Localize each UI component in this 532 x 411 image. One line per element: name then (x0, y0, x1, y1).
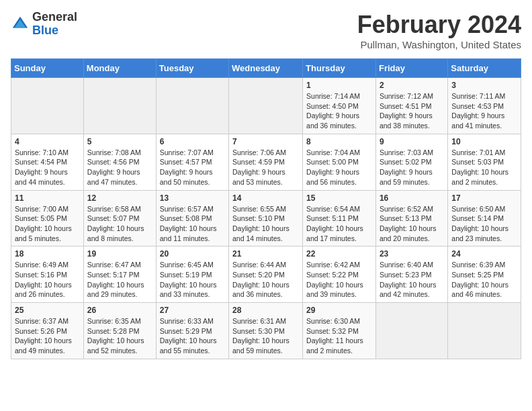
day-info: Sunrise: 6:45 AM Sunset: 5:19 PM Dayligh… (160, 260, 225, 300)
day-info: Sunrise: 6:40 AM Sunset: 5:23 PM Dayligh… (380, 260, 444, 300)
calendar-cell: 11Sunrise: 7:00 AM Sunset: 5:05 PM Dayli… (11, 190, 84, 246)
calendar-cell: 4Sunrise: 7:10 AM Sunset: 4:54 PM Daylig… (11, 134, 84, 190)
calendar-week-row: 25Sunrise: 6:37 AM Sunset: 5:26 PM Dayli… (11, 303, 521, 359)
weekday-header: Monday (83, 59, 156, 78)
calendar-cell: 17Sunrise: 6:50 AM Sunset: 5:14 PM Dayli… (448, 190, 521, 246)
day-info: Sunrise: 6:37 AM Sunset: 5:26 PM Dayligh… (15, 316, 80, 356)
day-number: 23 (380, 249, 444, 259)
day-info: Sunrise: 7:00 AM Sunset: 5:05 PM Dayligh… (15, 204, 80, 244)
calendar-cell: 8Sunrise: 7:04 AM Sunset: 5:00 PM Daylig… (303, 134, 376, 190)
calendar-cell (375, 303, 447, 359)
day-info: Sunrise: 7:08 AM Sunset: 4:56 PM Dayligh… (87, 148, 152, 187)
day-number: 27 (160, 306, 225, 315)
page-header: General Blue February 2024 Pullman, Wash… (11, 11, 521, 50)
calendar-cell: 23Sunrise: 6:40 AM Sunset: 5:23 PM Dayli… (375, 246, 447, 303)
weekday-header: Tuesday (156, 59, 228, 78)
title-block: February 2024 Pullman, Washington, Unite… (357, 11, 521, 50)
day-number: 28 (232, 306, 299, 315)
calendar-cell: 18Sunrise: 6:49 AM Sunset: 5:16 PM Dayli… (11, 246, 84, 303)
calendar-cell: 15Sunrise: 6:54 AM Sunset: 5:11 PM Dayli… (303, 190, 376, 246)
weekday-header: Wednesday (229, 59, 303, 78)
day-number: 4 (15, 137, 80, 146)
day-number: 18 (15, 249, 80, 259)
day-number: 14 (232, 193, 299, 203)
day-info: Sunrise: 7:01 AM Sunset: 5:03 PM Dayligh… (451, 148, 517, 187)
day-info: Sunrise: 6:42 AM Sunset: 5:22 PM Dayligh… (306, 260, 372, 300)
location: Pullman, Washington, United States (357, 39, 521, 50)
day-info: Sunrise: 6:47 AM Sunset: 5:17 PM Dayligh… (87, 260, 152, 300)
month-title: February 2024 (357, 11, 521, 39)
weekday-header-row: SundayMondayTuesdayWednesdayThursdayFrid… (11, 59, 521, 78)
day-info: Sunrise: 7:04 AM Sunset: 5:00 PM Dayligh… (306, 148, 372, 187)
calendar-cell: 1Sunrise: 7:14 AM Sunset: 4:50 PM Daylig… (303, 78, 376, 134)
calendar-cell: 13Sunrise: 6:57 AM Sunset: 5:08 PM Dayli… (156, 190, 228, 246)
calendar-cell: 9Sunrise: 7:03 AM Sunset: 5:02 PM Daylig… (375, 134, 447, 190)
calendar-cell: 6Sunrise: 7:07 AM Sunset: 4:57 PM Daylig… (156, 134, 228, 190)
day-number: 7 (232, 137, 299, 146)
logo-blue: Blue (32, 24, 58, 37)
calendar-cell: 7Sunrise: 7:06 AM Sunset: 4:59 PM Daylig… (229, 134, 303, 190)
day-number: 3 (451, 81, 517, 90)
day-number: 6 (160, 137, 225, 146)
logo-text: General Blue (32, 11, 77, 38)
calendar-cell: 28Sunrise: 6:31 AM Sunset: 5:30 PM Dayli… (229, 303, 303, 359)
day-info: Sunrise: 6:49 AM Sunset: 5:16 PM Dayligh… (15, 260, 80, 300)
calendar-cell: 10Sunrise: 7:01 AM Sunset: 5:03 PM Dayli… (448, 134, 521, 190)
calendar-week-row: 18Sunrise: 6:49 AM Sunset: 5:16 PM Dayli… (11, 246, 521, 303)
day-number: 1 (306, 81, 372, 90)
calendar-cell: 3Sunrise: 7:11 AM Sunset: 4:53 PM Daylig… (448, 78, 521, 134)
calendar-cell: 12Sunrise: 6:58 AM Sunset: 5:07 PM Dayli… (83, 190, 156, 246)
day-info: Sunrise: 6:52 AM Sunset: 5:13 PM Dayligh… (380, 204, 444, 244)
day-number: 10 (451, 137, 517, 146)
day-info: Sunrise: 7:03 AM Sunset: 5:02 PM Dayligh… (380, 148, 444, 187)
calendar-week-row: 1Sunrise: 7:14 AM Sunset: 4:50 PM Daylig… (11, 78, 521, 134)
day-number: 12 (87, 193, 152, 203)
calendar-cell: 21Sunrise: 6:44 AM Sunset: 5:20 PM Dayli… (229, 246, 303, 303)
calendar-cell (448, 303, 521, 359)
calendar-cell: 5Sunrise: 7:08 AM Sunset: 4:56 PM Daylig… (83, 134, 156, 190)
day-number: 21 (232, 249, 299, 259)
day-info: Sunrise: 7:12 AM Sunset: 4:51 PM Dayligh… (380, 91, 444, 131)
calendar-cell: 29Sunrise: 6:30 AM Sunset: 5:32 PM Dayli… (303, 303, 376, 359)
day-number: 17 (451, 193, 517, 203)
day-number: 25 (15, 306, 80, 315)
calendar-cell (229, 78, 303, 134)
weekday-header: Saturday (448, 59, 521, 78)
day-number: 29 (306, 306, 372, 315)
day-info: Sunrise: 6:44 AM Sunset: 5:20 PM Dayligh… (232, 260, 299, 300)
day-number: 13 (160, 193, 225, 203)
day-number: 9 (380, 137, 444, 146)
calendar-cell: 25Sunrise: 6:37 AM Sunset: 5:26 PM Dayli… (11, 303, 84, 359)
calendar-cell: 2Sunrise: 7:12 AM Sunset: 4:51 PM Daylig… (375, 78, 447, 134)
calendar-cell (11, 78, 84, 134)
day-info: Sunrise: 7:11 AM Sunset: 4:53 PM Dayligh… (451, 91, 517, 131)
calendar-cell: 26Sunrise: 6:35 AM Sunset: 5:28 PM Dayli… (83, 303, 156, 359)
day-number: 5 (87, 137, 152, 146)
day-info: Sunrise: 6:50 AM Sunset: 5:14 PM Dayligh… (451, 204, 517, 244)
day-info: Sunrise: 6:55 AM Sunset: 5:10 PM Dayligh… (232, 204, 299, 244)
calendar-cell: 16Sunrise: 6:52 AM Sunset: 5:13 PM Dayli… (375, 190, 447, 246)
logo-icon (11, 15, 30, 34)
day-info: Sunrise: 6:39 AM Sunset: 5:25 PM Dayligh… (451, 260, 517, 300)
day-info: Sunrise: 7:14 AM Sunset: 4:50 PM Dayligh… (306, 91, 372, 131)
day-number: 11 (15, 193, 80, 203)
day-info: Sunrise: 7:10 AM Sunset: 4:54 PM Dayligh… (15, 148, 80, 187)
day-number: 24 (451, 249, 517, 259)
weekday-header: Thursday (303, 59, 376, 78)
day-number: 19 (87, 249, 152, 259)
day-info: Sunrise: 6:57 AM Sunset: 5:08 PM Dayligh… (160, 204, 225, 244)
day-info: Sunrise: 6:58 AM Sunset: 5:07 PM Dayligh… (87, 204, 152, 244)
logo-general: General (32, 10, 77, 24)
calendar-cell: 22Sunrise: 6:42 AM Sunset: 5:22 PM Dayli… (303, 246, 376, 303)
day-info: Sunrise: 7:06 AM Sunset: 4:59 PM Dayligh… (232, 148, 299, 187)
weekday-header: Sunday (11, 59, 84, 78)
logo: General Blue (11, 11, 77, 38)
calendar-cell: 14Sunrise: 6:55 AM Sunset: 5:10 PM Dayli… (229, 190, 303, 246)
weekday-header: Friday (375, 59, 447, 78)
day-info: Sunrise: 6:30 AM Sunset: 5:32 PM Dayligh… (306, 316, 372, 356)
day-number: 26 (87, 306, 152, 315)
day-info: Sunrise: 6:33 AM Sunset: 5:29 PM Dayligh… (160, 316, 225, 356)
day-info: Sunrise: 6:54 AM Sunset: 5:11 PM Dayligh… (306, 204, 372, 244)
calendar-cell: 24Sunrise: 6:39 AM Sunset: 5:25 PM Dayli… (448, 246, 521, 303)
calendar-cell (83, 78, 156, 134)
